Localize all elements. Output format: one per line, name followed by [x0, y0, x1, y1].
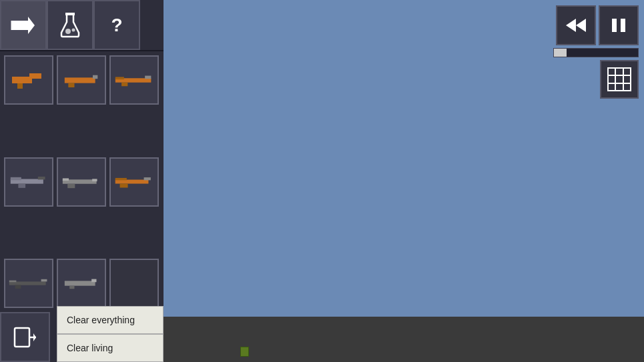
swap-icon: [11, 13, 36, 38]
svg-rect-2: [65, 13, 75, 15]
svg-rect-18: [38, 177, 45, 179]
svg-point-3: [65, 29, 71, 34]
assault-sprite: [9, 173, 48, 190]
weapon-slot-4[interactable]: [4, 157, 53, 207]
svg-rect-12: [121, 82, 127, 86]
svg-rect-31: [64, 281, 95, 286]
progress-bar-container[interactable]: [553, 48, 639, 57]
svg-rect-28: [15, 285, 21, 289]
svg-point-4: [72, 28, 75, 31]
weapon-slot-5[interactable]: [57, 157, 106, 207]
svg-rect-32: [69, 286, 74, 289]
svg-rect-40: [612, 19, 617, 32]
exit-button[interactable]: [0, 312, 50, 362]
playback-controls: [556, 5, 639, 45]
exit-icon: [13, 325, 37, 349]
svg-rect-30: [9, 281, 17, 283]
grid-icon: [607, 67, 631, 91]
svg-rect-24: [120, 184, 128, 188]
pause-icon: [609, 16, 628, 35]
weapon-slot-9[interactable]: [109, 259, 159, 308]
svg-marker-36: [33, 333, 36, 341]
help-button[interactable]: ?: [93, 0, 140, 50]
svg-rect-46: [608, 68, 631, 91]
svg-rect-29: [41, 279, 47, 282]
clear-everything-button[interactable]: Clear everything: [57, 306, 164, 334]
smg2-sprite: [63, 277, 100, 289]
svg-rect-10: [93, 75, 97, 79]
weapon-slot-3[interactable]: [109, 55, 159, 105]
pause-button[interactable]: [599, 5, 639, 45]
svg-rect-14: [115, 77, 124, 79]
top-right-controls: [553, 5, 639, 57]
rifle-sprite: [114, 72, 154, 89]
pistol-sprite: [11, 70, 47, 90]
flask-icon: [59, 13, 81, 38]
svg-rect-26: [115, 178, 127, 180]
weapon-slot-2[interactable]: [57, 55, 106, 105]
svg-rect-25: [144, 177, 151, 180]
weapon-slot-7[interactable]: [4, 259, 53, 308]
svg-rect-7: [17, 83, 23, 89]
weapon-slot-1[interactable]: [4, 55, 53, 105]
svg-rect-34: [15, 328, 29, 347]
svg-rect-21: [63, 179, 69, 181]
sidebar: ?: [0, 0, 164, 362]
svg-rect-9: [68, 83, 74, 87]
context-menu: Clear everything Clear living: [57, 306, 164, 362]
svg-rect-13: [145, 75, 151, 79]
svg-marker-39: [576, 19, 586, 32]
svg-marker-38: [566, 19, 576, 32]
svg-rect-5: [12, 77, 32, 83]
grid-toggle-button[interactable]: [600, 60, 639, 99]
svg-rect-6: [29, 73, 41, 79]
svg-rect-22: [92, 179, 97, 182]
help-icon: ?: [111, 15, 122, 36]
top-toolbar: ?: [0, 0, 164, 51]
svg-rect-20: [67, 184, 75, 188]
smg-sprite: [63, 72, 100, 89]
svg-marker-0: [12, 17, 35, 34]
weapon-slot-6[interactable]: [109, 157, 159, 207]
svg-rect-16: [18, 184, 25, 188]
lmg-sprite: [114, 173, 154, 190]
sniper-sprite: [8, 277, 49, 290]
svg-rect-33: [91, 279, 96, 283]
shotgun-sprite: [61, 173, 101, 190]
svg-rect-23: [115, 180, 149, 184]
svg-rect-41: [621, 19, 625, 32]
swap-button[interactable]: [0, 0, 47, 50]
weapon-slot-8[interactable]: [57, 259, 106, 308]
character-button[interactable]: [47, 0, 93, 50]
svg-rect-8: [64, 77, 95, 83]
rewind-button[interactable]: [556, 5, 596, 45]
svg-rect-17: [11, 177, 21, 180]
clear-living-button[interactable]: Clear living: [57, 334, 164, 362]
ground-character: [240, 347, 249, 357]
rewind-icon: [565, 16, 587, 35]
progress-bar-fill: [554, 49, 567, 57]
ground: [164, 317, 644, 362]
